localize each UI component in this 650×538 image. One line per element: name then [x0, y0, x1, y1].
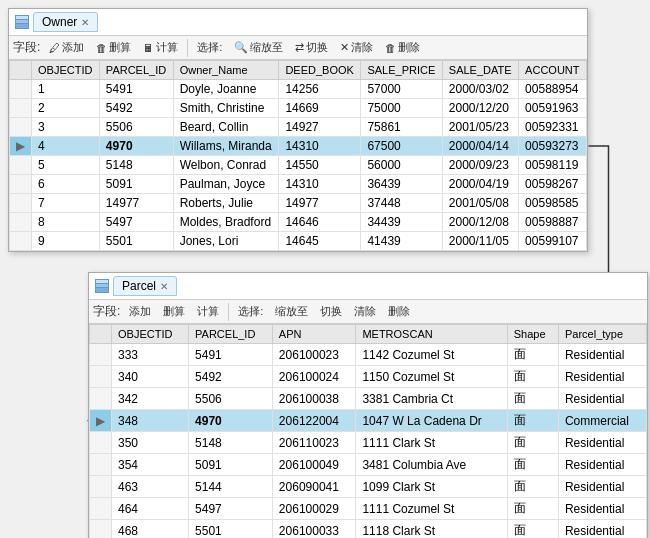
owner-cell-sale_date: 2000/03/02: [442, 80, 518, 99]
owner-cell-objectid: 4: [32, 137, 100, 156]
row-index: [90, 498, 112, 520]
parcel-table-row[interactable]: ▶34849702061220041047 W La Cadena Dr面Com…: [90, 410, 647, 432]
parcel-col-metroscan[interactable]: METROSCAN: [356, 325, 507, 344]
parcel-btn-switch[interactable]: 切换: [315, 302, 347, 321]
owner-col-account[interactable]: ACCOUNT: [519, 61, 587, 80]
row-index: [10, 80, 32, 99]
owner-btn-switch-icon: ⇄: [295, 41, 304, 54]
parcel-table-row[interactable]: 33354912061000231142 Cozumel St面Resident…: [90, 344, 647, 366]
owner-btn-clear[interactable]: ✕ 清除: [335, 38, 378, 57]
owner-col-saledate[interactable]: SALE_DATE: [442, 61, 518, 80]
owner-toolbar: 字段: 🖊 添加 🗑 删算 🖩 计算 选择: 🔍 缩放至 ⇄: [9, 36, 587, 60]
parcel-cell-shape: 面: [507, 344, 558, 366]
owner-cell-parcel_id: 5501: [99, 232, 173, 251]
owner-window: Owner ✕ 字段: 🖊 添加 🗑 删算 🖩 计算 选择: �: [8, 8, 588, 252]
parcel-col-shape[interactable]: Shape: [507, 325, 558, 344]
owner-cell-account: 00598119: [519, 156, 587, 175]
parcel-btn-calc[interactable]: 计算: [192, 302, 224, 321]
owner-table-row[interactable]: 85497Moldes, Bradford14646344392000/12/0…: [10, 213, 587, 232]
parcel-tab-label: Parcel: [122, 279, 156, 293]
parcel-table-row[interactable]: 46351442060900411099 Clark St面Residentia…: [90, 476, 647, 498]
owner-table-row[interactable]: 25492Smith, Christine14669750002000/12/2…: [10, 99, 587, 118]
parcel-cell-parcel_type: Residential: [558, 432, 646, 454]
parcel-table-row[interactable]: 34255062061000383381 Cambria Ct面Resident…: [90, 388, 647, 410]
owner-btn-zoom[interactable]: 🔍 缩放至: [229, 38, 288, 57]
parcel-cell-metroscan: 1118 Clark St: [356, 520, 507, 539]
owner-tab-close[interactable]: ✕: [81, 17, 89, 28]
parcel-col-parcelid[interactable]: PARCEL_ID: [189, 325, 273, 344]
owner-col-deedbook[interactable]: DEED_BOOK: [279, 61, 361, 80]
owner-cell-parcel_id: 5497: [99, 213, 173, 232]
parcel-cell-objectid: 333: [112, 344, 189, 366]
parcel-table-row[interactable]: 35450912061000493481 Columbia Ave面Reside…: [90, 454, 647, 476]
owner-cell-deed_book: 14550: [279, 156, 361, 175]
parcel-cell-metroscan: 1111 Cozumel St: [356, 498, 507, 520]
row-index: [90, 344, 112, 366]
owner-cell-sale_date: 2000/12/20: [442, 99, 518, 118]
parcel-col-rownum: [90, 325, 112, 344]
owner-table-row[interactable]: ▶44970Willams, Miranda14310675002000/04/…: [10, 137, 587, 156]
owner-cell-objectid: 9: [32, 232, 100, 251]
owner-tab[interactable]: Owner ✕: [33, 12, 98, 32]
parcel-cell-objectid: 354: [112, 454, 189, 476]
owner-btn-switch[interactable]: ⇄ 切换: [290, 38, 333, 57]
owner-cell-owner_name: Moldes, Bradford: [173, 213, 279, 232]
owner-cell-objectid: 1: [32, 80, 100, 99]
owner-window-icon: [15, 15, 29, 29]
owner-cell-deed_book: 14669: [279, 99, 361, 118]
parcel-header-row: OBJECTID PARCEL_ID APN METROSCAN Shape P…: [90, 325, 647, 344]
parcel-table-row[interactable]: 46855012061000331118 Clark St面Residentia…: [90, 520, 647, 539]
parcel-cell-metroscan: 1111 Clark St: [356, 432, 507, 454]
owner-cell-parcel_id: 5506: [99, 118, 173, 137]
parcel-cell-apn: 206100049: [272, 454, 356, 476]
parcel-btn-zoom[interactable]: 缩放至: [270, 302, 313, 321]
parcel-btn-add[interactable]: 添加: [124, 302, 156, 321]
owner-cell-owner_name: Doyle, Joanne: [173, 80, 279, 99]
owner-col-parcelid[interactable]: PARCEL_ID: [99, 61, 173, 80]
owner-cell-objectid: 6: [32, 175, 100, 194]
parcel-cell-parcel_type: Residential: [558, 454, 646, 476]
owner-cell-objectid: 3: [32, 118, 100, 137]
owner-btn-calc[interactable]: 🖩 计算: [138, 38, 183, 57]
owner-table-row[interactable]: 65091Paulman, Joyce14310364392000/04/190…: [10, 175, 587, 194]
owner-title-bar: Owner ✕: [9, 9, 587, 36]
parcel-table-row[interactable]: 46454972061000291111 Cozumel St面Resident…: [90, 498, 647, 520]
owner-field-label: 字段:: [13, 39, 40, 56]
owner-cell-sale_date: 2000/09/23: [442, 156, 518, 175]
owner-cell-deed_book: 14310: [279, 175, 361, 194]
parcel-btn-select[interactable]: 选择:: [233, 302, 268, 321]
owner-table-row[interactable]: 35506Beard, Collin14927758612001/05/2300…: [10, 118, 587, 137]
parcel-tab[interactable]: Parcel ✕: [113, 276, 177, 296]
owner-btn-select[interactable]: 选择:: [192, 38, 227, 57]
parcel-cell-parcel_id: 5501: [189, 520, 273, 539]
parcel-tab-close[interactable]: ✕: [160, 281, 168, 292]
parcel-btn-delete[interactable]: 删算: [158, 302, 190, 321]
owner-cell-owner_name: Beard, Collin: [173, 118, 279, 137]
parcel-col-parceltype[interactable]: Parcel_type: [558, 325, 646, 344]
owner-table-container: OBJECTID PARCEL_ID Owner_Name DEED_BOOK …: [9, 60, 587, 251]
parcel-cell-objectid: 464: [112, 498, 189, 520]
owner-table-row[interactable]: 15491Doyle, Joanne14256570002000/03/0200…: [10, 80, 587, 99]
owner-col-ownername[interactable]: Owner_Name: [173, 61, 279, 80]
owner-btn-add[interactable]: 🖊 添加: [44, 38, 89, 57]
parcel-col-objectid[interactable]: OBJECTID: [112, 325, 189, 344]
owner-btn-add-icon: 🖊: [49, 42, 60, 54]
owner-cell-sale_price: 37448: [361, 194, 442, 213]
parcel-table-row[interactable]: 35051482061100231111 Clark St面Residentia…: [90, 432, 647, 454]
parcel-cell-shape: 面: [507, 454, 558, 476]
owner-col-saleprice[interactable]: SALE_PRICE: [361, 61, 442, 80]
owner-cell-sale_price: 67500: [361, 137, 442, 156]
parcel-table-row[interactable]: 34054922061000241150 Cozumel St面Resident…: [90, 366, 647, 388]
owner-table-row[interactable]: 55148Welbon, Conrad14550560002000/09/230…: [10, 156, 587, 175]
owner-btn-remove[interactable]: 🗑 删除: [380, 38, 425, 57]
owner-cell-account: 00598267: [519, 175, 587, 194]
parcel-btn-clear[interactable]: 清除: [349, 302, 381, 321]
parcel-cell-objectid: 350: [112, 432, 189, 454]
owner-table-row[interactable]: 714977Roberts, Julie14977374482001/05/08…: [10, 194, 587, 213]
owner-col-objectid[interactable]: OBJECTID: [32, 61, 100, 80]
parcel-btn-remove[interactable]: 删除: [383, 302, 415, 321]
parcel-col-apn[interactable]: APN: [272, 325, 356, 344]
parcel-cell-metroscan: 3481 Columbia Ave: [356, 454, 507, 476]
owner-table-row[interactable]: 95501Jones, Lori14645414392000/11/050059…: [10, 232, 587, 251]
owner-btn-delete[interactable]: 🗑 删算: [91, 38, 136, 57]
